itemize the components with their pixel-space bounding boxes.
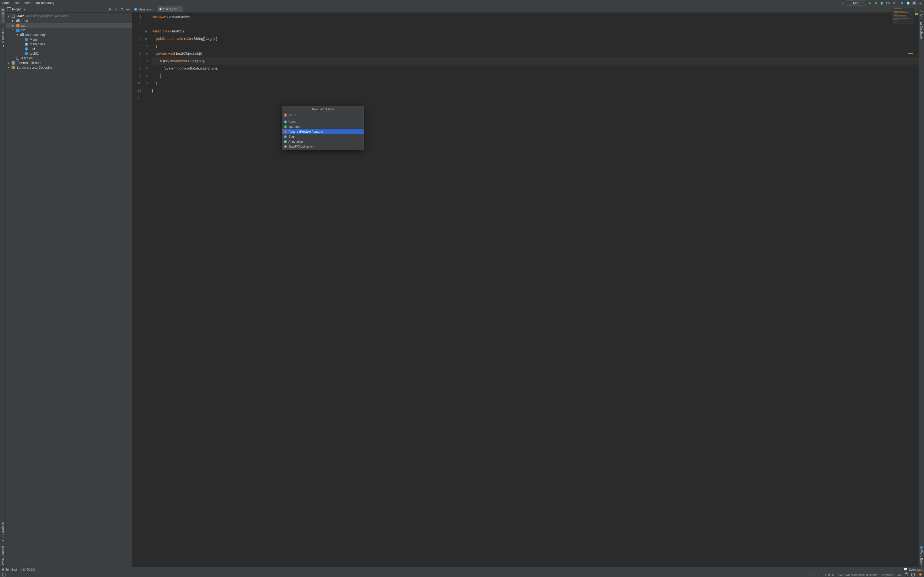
project-icon [7,8,11,11]
svg-rect-6 [893,2,895,4]
indent-status[interactable]: 4 spaces [881,573,893,577]
tree-item[interactable]: ▼com.nasaiboy [5,32,132,37]
tool-windows-toggle-icon[interactable] [2,573,5,577]
close-tab-icon[interactable]: × [179,7,180,11]
minimize-icon[interactable]: — [126,7,130,11]
tree-scratches[interactable]: ▶ Scratches and Consoles [5,65,132,70]
fold-marker-icon[interactable]: ⊟ [145,66,149,70]
tree-item[interactable]: ▼src [5,28,132,32]
class-type-option[interactable]: JJavaFXApplication [282,144,363,149]
breadcrumb-item[interactable]: nasaiboy [36,1,54,5]
folder-icon [36,2,40,5]
build-icon[interactable] [841,1,845,5]
project-structure-icon[interactable] [912,1,916,5]
run-config-dropdown[interactable]: Main ▼ [847,0,866,5]
libraries-icon [11,61,15,64]
project-view-selector[interactable]: Project ▼ [7,7,26,11]
editor-tab[interactable]: CMain.java× [132,6,157,12]
run-gutter-icon[interactable]: ▶ [145,29,149,33]
breadcrumb-item[interactable]: learn [2,1,9,5]
svg-text:译: 译 [907,2,909,5]
collapse-icon[interactable]: ⇲ [113,7,118,11]
module-icon [11,15,15,18]
class-type-option[interactable]: CClass [282,119,363,124]
aws-status[interactable]: AWS: No credentials selected [838,573,877,577]
tree-item[interactable]: CMain [5,37,132,42]
line-number-gutter: 123456789101112 [132,13,144,567]
project-tree[interactable]: ▼ learn ~/Desktop/program/java/learn ▶.i… [5,13,132,567]
class-type-option[interactable]: @Annotation [282,139,363,144]
fold-marker-icon[interactable]: ⊟ [145,74,149,77]
stop-icon[interactable] [892,1,896,5]
svg-rect-13 [914,3,916,5]
tree-item[interactable]: ▶.idea [5,18,132,23]
breadcrumb-item[interactable]: com [24,1,31,5]
tool-tab-terminal[interactable]: ▣Terminal [2,568,17,571]
git-update-icon[interactable] [900,1,904,5]
settings-icon[interactable]: ⚙ [120,7,124,11]
tool-tab-database[interactable]: 🗄Database [919,20,924,40]
class-type-option[interactable]: EEnum [282,134,363,139]
run-icon[interactable]: ▶ [867,1,872,5]
tree-item[interactable]: ⌘Main.class [5,42,132,47]
close-tab-icon[interactable]: × [152,8,154,11]
translate-icon[interactable]: 译 [906,1,910,5]
run-config-label: Main [853,1,860,5]
tree-item[interactable]: Ctest01 [5,51,132,56]
breadcrumb-item[interactable]: src [15,1,19,5]
record-icon: R [284,113,287,117]
tool-tab-todo[interactable]: ≡6: TODO [20,568,35,571]
inspections-icon[interactable]: ✓ [911,573,915,577]
tree-root[interactable]: ▼ learn ~/Desktop/program/java/learn [5,14,132,18]
new-java-class-popup: New Java Class R CClassIInterfaceRRecord… [282,106,364,150]
tool-tab-ant[interactable]: 🐜Ant [919,7,924,20]
debug-icon[interactable] [874,1,878,5]
svg-rect-10 [913,2,914,3]
tree-item[interactable]: Ctest [5,47,132,51]
tool-tab-wordbook[interactable]: 📘Word Book [919,544,924,567]
line-separator[interactable]: LF [818,573,821,577]
error-stripe[interactable] [915,13,919,567]
memory-indicator-icon[interactable] [919,572,922,577]
svg-point-17 [920,574,921,575]
scratches-icon [11,66,15,69]
popup-title: New Java Class [282,106,363,112]
svg-rect-7 [901,2,903,5]
class-type-option[interactable]: IInterface [282,124,363,129]
bottom-tool-bar: ▣Terminal ≡6: TODO 💬Event Log [0,567,924,572]
fold-marker-icon[interactable]: ⊟ [145,81,149,85]
class-type-list: CClassIInterfaceRRecord (Preview Feature… [282,118,363,150]
profiler-icon[interactable]: ▾ [886,1,890,5]
fold-marker-icon[interactable]: ⊟ [145,44,149,48]
left-tool-strip: 1: Project ◧7: Structure ★2: Favorites A… [0,6,5,567]
class-type-option[interactable]: RRecord (Preview Feature) [282,129,363,134]
tool-tab-favorites[interactable]: ★2: Favorites [0,521,5,544]
locate-icon[interactable]: ⊕ [108,7,112,11]
git-branch-icon[interactable]: ⎇ [897,573,901,577]
project-tool-window: Project ▼ ⊕ ⇲ ⚙ — ▼ learn ~/Desktop/prog… [5,6,132,567]
top-toolbar: learn 〉 src 〉 com 〉 nasaiboy Main ▼ ▶ ▾ … [0,0,924,6]
tree-external-libraries[interactable]: ▶ External Libraries [5,60,132,65]
svg-line-15 [921,3,922,5]
tree-item[interactable]: ▶out [5,23,132,28]
class-name-input[interactable] [289,113,362,117]
editor-tab[interactable]: Ctest01.java× [157,6,183,12]
caret-position[interactable]: 7:27 [808,573,814,577]
coverage-icon[interactable] [880,1,884,5]
fold-marker-icon[interactable]: ⊟ [145,52,149,55]
tree-item[interactable]: learn.iml [5,56,132,60]
tool-tab-structure[interactable]: ◧7: Structure [0,26,5,50]
editor-area: CMain.java×Ctest01.java× 123456789101112… [132,6,919,567]
tool-tab-project[interactable]: 1: Project [0,7,5,23]
code-minimap[interactable] [892,7,914,24]
tool-tab-aws[interactable]: AWS Explorer [0,544,5,567]
code-content[interactable]: package com.nasaiboy;public class test01… [150,13,919,567]
event-log-button[interactable]: 💬Event Log [904,568,922,571]
run-gutter-icon[interactable]: ▶ [145,37,149,40]
breadcrumbs: learn 〉 src 〉 com 〉 nasaiboy [2,1,54,5]
search-everywhere-icon[interactable] [918,1,922,5]
readonly-lock-icon[interactable] [905,574,908,576]
fold-marker-icon[interactable]: ⊟ [145,59,149,63]
editor-tabs: CMain.java×Ctest01.java× [132,6,919,13]
file-encoding[interactable]: UTF-8 [825,573,834,577]
